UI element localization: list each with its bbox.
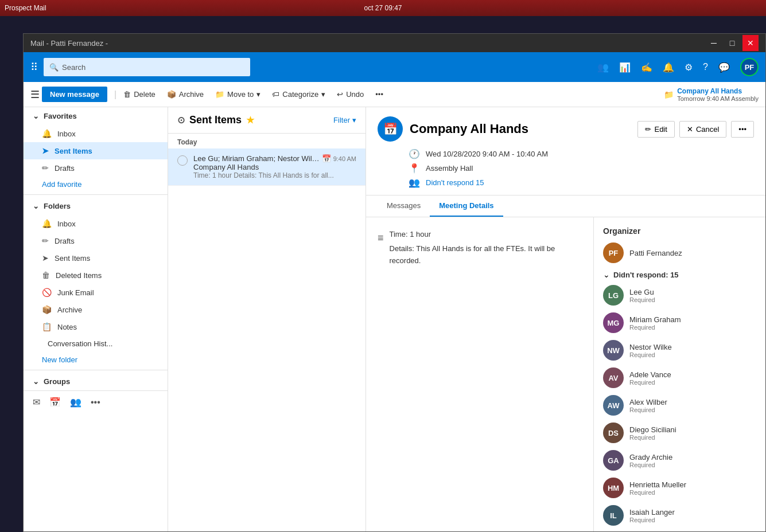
notification-icon[interactable]: 🔔 [663,62,674,73]
more-button[interactable]: ••• [731,121,754,138]
attendee-name: Nestor Wilke [629,343,672,351]
attendee-item: AW Alex Wilber Required [603,395,756,416]
move-icon: 📁 [215,90,224,99]
minimize-button[interactable]: ─ [706,35,722,51]
more-options-button[interactable]: ••• [371,88,388,101]
sent-icon: ➤ [42,253,49,263]
sidebar-divider2 [24,370,168,370]
new-message-button[interactable]: New message [42,87,107,102]
delete-button[interactable]: 🗑 Delete [119,88,160,101]
message-time: 9:40 AM [333,155,356,162]
attendee-name: Alex Wilber [629,398,667,406]
share-icon[interactable]: 📊 [619,62,631,73]
attendee-role: Required [629,517,675,523]
sidebar-item-inbox[interactable]: 🔔 Inbox [24,215,168,232]
attendee-item: DS Diego Siciliani Required [603,423,756,443]
attendee-name: Diego Siciliani [629,425,676,434]
message-item[interactable]: Lee Gu; Miriam Graham; Nestor Wilke; Ac … [168,148,365,186]
body-details: Details: This All Hands is for all the F… [390,243,582,267]
attendee-avatar: DS [603,423,624,443]
filter-button[interactable]: Filter ▾ [333,116,356,124]
attendee-avatar: GA [603,450,624,471]
people-icon[interactable]: 👥 [597,62,609,73]
grid-icon[interactable]: ⠿ [30,61,38,73]
new-folder-link[interactable]: New folder [24,352,168,367]
filter-label: Filter [333,116,350,124]
inbox-icon: 🔔 [42,219,52,228]
sidebar-item-deleted[interactable]: 🗑 Deleted Items [24,267,168,284]
categorize-button[interactable]: 🏷 Categorize ▾ [267,88,330,101]
maximize-button[interactable]: □ [724,35,740,51]
toolbar-right: 📁 Company All Hands Tomorrow 9:40 AM Ass… [664,87,759,102]
sidebar-label: Notes [57,323,77,331]
meeting-icon-circle: 📅 [378,116,403,142]
chat-icon[interactable]: 💬 [718,62,730,73]
organizer-label: Organizer [603,226,756,236]
add-favorite-link[interactable]: Add favorite [24,177,168,192]
cancel-meeting-button[interactable]: ✕ Cancel [679,121,726,138]
attendee-item: LG Lee Gu Required [603,285,756,306]
attendee-avatar: IL [603,505,624,526]
reading-pane: 📅 Company All Hands ✏ Edit ✕ Cancel [366,107,765,531]
app-header: ⠿ 🔍 Search 👥 📊 ✍ 🔔 ⚙ ? 💬 PF [24,52,765,82]
sidebar-divider [24,194,168,195]
main-content: ⌄ Favorites 🔔 Inbox ➤ Sent Items ✏ Draft… [24,107,765,531]
search-box[interactable]: 🔍 Search [44,58,250,76]
undo-button[interactable]: ↩ Undo [332,88,368,101]
star-icon[interactable]: ★ [246,115,254,126]
hamburger-icon[interactable]: ☰ [30,88,40,101]
attendee-item: NW Nestor Wilke Required [603,340,756,361]
chevron-down-icon[interactable]: ⌄ [603,270,610,279]
more-nav-icon[interactable]: ••• [91,397,100,408]
meeting-location: Assembly Hall [426,164,473,173]
sidebar-label: Drafts [55,164,75,173]
sidebar-item-archive[interactable]: 📦 Archive [24,301,168,318]
favorites-section[interactable]: ⌄ Favorites [24,107,168,125]
attendee-avatar: LG [603,285,624,306]
message-meta: 📅 9:40 AM [322,154,356,163]
people-nav-icon[interactable]: 👥 [70,397,81,408]
attendee-role: Required [629,406,667,413]
sent-icon: ➤ [42,146,49,155]
window-controls: ─ □ ✕ [706,35,759,51]
sidebar-item-drafts[interactable]: ✏ Drafts [24,232,168,249]
attendee-role: Required [629,461,672,468]
attendee-item: IL Isaiah Langer Required [603,505,756,526]
move-to-button[interactable]: 📁 Move to ▾ [211,88,265,101]
sidebar-item-sent-fav[interactable]: ➤ Sent Items [24,142,168,159]
message-subject: Company All Hands [193,163,356,171]
mail-nav-icon[interactable]: ✉ [33,397,40,408]
sidebar-label: Conversation Hist... [48,339,112,348]
tab-messages[interactable]: Messages [378,195,430,217]
archive-icon: 📦 [42,305,52,314]
avatar[interactable]: PF [740,58,759,76]
didnt-respond-link[interactable]: Didn't respond 15 [426,178,484,187]
settings-icon[interactable]: ⚙ [685,62,693,73]
calendar-nav-icon[interactable]: 📅 [49,397,61,408]
sidebar-item-conv-hist[interactable]: Conversation Hist... [24,335,168,352]
sidebar-item-drafts-fav[interactable]: ✏ Drafts [24,159,168,177]
close-button[interactable]: ✕ [742,35,759,51]
os-taskbar: Prospect Mail oct 27 09:47 [0,0,766,16]
feedback-icon[interactable]: ✍ [641,62,652,73]
message-list-header: ⊙ Sent Items ★ Filter ▾ [168,107,365,134]
attendee-avatar: MG [603,312,624,333]
archive-button[interactable]: 📦 Archive [162,88,208,101]
sidebar-item-junk[interactable]: 🚫 Junk Email [24,284,168,301]
tab-meeting-details[interactable]: Meeting Details [430,195,503,217]
sidebar-item-inbox-fav[interactable]: 🔔 Inbox [24,125,168,142]
deleted-icon: 🗑 [42,271,50,280]
organizer-item: PF Patti Fernandez [603,242,756,263]
folders-section[interactable]: ⌄ Folders [24,197,168,215]
sidebar-item-notes[interactable]: 📋 Notes [24,318,168,335]
message-checkbox[interactable] [177,155,188,166]
attendee-name: Henrietta Mueller [629,480,686,489]
clock-icon: 🕐 [409,148,420,159]
sidebar-item-sent[interactable]: ➤ Sent Items [24,249,168,267]
help-icon[interactable]: ? [703,62,708,72]
groups-section[interactable]: ⌄ Groups [24,373,168,390]
edit-button[interactable]: ✏ Edit [637,121,674,138]
body-list-icon: ≡ [378,230,384,247]
folder-small-icon: 📁 [664,90,674,99]
drafts-icon: ✏ [42,163,49,173]
